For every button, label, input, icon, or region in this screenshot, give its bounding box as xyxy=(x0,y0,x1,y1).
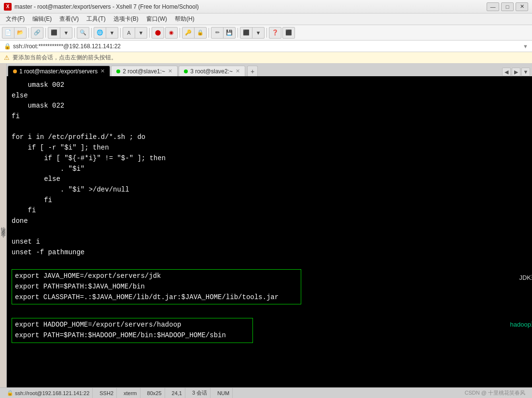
tab-close-2[interactable]: ✕ xyxy=(168,68,172,74)
status-lock-icon: 🔒 xyxy=(7,390,14,396)
status-ssh-label: SSH2 xyxy=(99,390,113,396)
minimize-button[interactable]: — xyxy=(487,2,499,11)
status-sessions-text: 3 会话 xyxy=(192,389,207,397)
tab-3[interactable]: 3 root@slave2:~ ✕ xyxy=(179,66,245,76)
stop-button[interactable]: ⬤ xyxy=(152,27,164,39)
menu-view[interactable]: 查看(V) xyxy=(56,14,83,24)
status-watermark: CSDN @ 十里桃花笑春风 xyxy=(462,388,528,398)
status-watermark-text: CSDN @ 十里桃花笑春风 xyxy=(465,389,525,397)
globe-button[interactable]: 🌐 xyxy=(94,27,106,39)
term-line-9: . "$i" xyxy=(12,164,527,175)
menu-file[interactable]: 文件(F) xyxy=(2,14,28,24)
tab-prev-button[interactable]: ◀ xyxy=(502,68,511,76)
forward-button[interactable]: ▼ xyxy=(60,27,72,39)
lock-icon: 🔒 xyxy=(4,43,11,50)
term-line-7: if [ -r "$i" ]; then xyxy=(12,143,527,153)
record-button[interactable]: ◉ xyxy=(165,27,178,39)
more-button[interactable]: ⬛ xyxy=(282,27,295,39)
open-button[interactable]: 📂 xyxy=(14,27,27,39)
menu-window[interactable]: 窗口(W) xyxy=(142,14,171,24)
term-line-3: umask 022 xyxy=(12,101,527,111)
tab-label-1: 1 root@master:/export/servers xyxy=(19,68,98,75)
status-num: NUM xyxy=(214,388,233,398)
status-connection-text: ssh://root@192.168.121.141:22 xyxy=(15,390,89,396)
zoom-button[interactable]: 🔍 xyxy=(77,27,89,39)
term-line-6: for i in /etc/profile.d/*.sh ; do xyxy=(12,132,527,143)
jdk-line-1: export JAVA_HOME=/export/servers/jdk xyxy=(15,271,298,282)
tab-1[interactable]: 1 root@master:/export/servers ✕ xyxy=(8,66,110,76)
tab-list-button[interactable]: ▼ xyxy=(521,68,530,76)
connect-button[interactable]: 🔗 xyxy=(31,27,43,39)
help-button[interactable]: ❓ xyxy=(269,27,281,39)
term-line-4: fi xyxy=(12,111,527,122)
transfer-button[interactable]: ⬛ xyxy=(240,27,252,39)
tab-close-1[interactable]: ✕ xyxy=(100,68,105,74)
jdk-line-2: export PATH=$PATH:$JAVA_HOME/bin xyxy=(15,282,298,292)
term-line-17: unset -f pathmunge xyxy=(12,247,527,258)
address-arrow[interactable]: ▼ xyxy=(523,43,528,49)
status-dimensions-text: 80x25 xyxy=(147,390,162,396)
menu-help[interactable]: 帮助(H) xyxy=(171,14,198,24)
lock-button[interactable]: 🔒 xyxy=(194,27,207,39)
term-spacer xyxy=(12,306,527,317)
menu-edit[interactable]: 编辑(E) xyxy=(28,14,56,24)
term-line-1: umask 002 xyxy=(12,80,527,91)
tab-next-button[interactable]: ▶ xyxy=(512,68,520,76)
sidebar: 快 速 命 令 xyxy=(0,64,7,387)
menu-tabs[interactable]: 选项卡(B) xyxy=(110,14,142,24)
term-line-2: else xyxy=(12,91,527,101)
term-line-12: fi xyxy=(12,195,527,206)
menubar: 文件(F) 编辑(E) 查看(V) 工具(T) 选项卡(B) 窗口(W) 帮助(… xyxy=(0,14,532,25)
tab-add-button[interactable]: + xyxy=(247,66,258,76)
address-text: ssh://root:***********@192.168.121.141:2… xyxy=(13,43,523,50)
statusbar: 🔒 ssh://root@192.168.121.141:22 SSH2 xte… xyxy=(0,387,532,398)
titlebar: X master - root@master:/export/servers -… xyxy=(0,0,532,14)
jdk-block: export JAVA_HOME=/export/servers/jdk exp… xyxy=(12,269,301,304)
term-line-14: done xyxy=(12,216,527,227)
font-button[interactable]: A xyxy=(123,27,135,39)
transfer-dropdown[interactable]: ▼ xyxy=(252,27,265,39)
menu-tools[interactable]: 工具(T) xyxy=(83,14,109,24)
maximize-button[interactable]: □ xyxy=(501,2,514,11)
addressbar: 🔒 ssh://root:***********@192.168.121.141… xyxy=(0,41,532,52)
term-line-8: if [ "${-#*i}" != "$-" ]; then xyxy=(12,153,527,164)
status-position-text: 24,1 xyxy=(172,390,182,396)
save-button[interactable]: 💾 xyxy=(223,27,236,39)
tab-close-3[interactable]: ✕ xyxy=(236,68,240,74)
term-line-15 xyxy=(12,227,527,237)
toolbar: 📄 📂 🔗 ⬛ ▼ 🔍 🌐 ▼ A ▼ ⬤ ◉ 🔑 🔒 ✏ 💾 ⬛ ▼ ❓ ⬛ xyxy=(0,25,532,41)
tab-dot-3 xyxy=(184,69,188,73)
status-num-text: NUM xyxy=(217,390,229,396)
info-message: 要添加当前会话，点击左侧的箭头按钮。 xyxy=(13,54,117,62)
infobar: ⚠ 要添加当前会话，点击左侧的箭头按钮。 xyxy=(0,52,532,64)
pencil-button[interactable]: ✏ xyxy=(211,27,224,39)
tab-dot-1 xyxy=(13,69,17,73)
hadoop-block: export HADOOP_HOME=/export/servers/hadoo… xyxy=(12,318,253,343)
hadoop-line-1: export HADOOP_HOME=/export/servers/hadoo… xyxy=(15,320,250,330)
back-button[interactable]: ⬛ xyxy=(48,27,60,39)
jdk-line-3: export CLASSPATH=.:$JAVA_HOME/lib/dt.jar… xyxy=(15,292,298,303)
tab-dot-2 xyxy=(116,69,120,73)
status-protocol: SSH2 xyxy=(97,388,117,398)
hadoop-line-2: export PATH=$PATH:$HADOOP_HOME/bin:$HADO… xyxy=(15,330,250,341)
status-encoding-text: xterm xyxy=(124,390,137,396)
term-line-13: fi xyxy=(12,206,527,216)
tabbar: 1 root@master:/export/servers ✕ 2 root@s… xyxy=(7,64,532,76)
term-line-16: unset i xyxy=(12,237,527,247)
globe-dropdown[interactable]: ▼ xyxy=(106,27,118,39)
term-line-11: . "$i" >/dev/null xyxy=(12,185,527,195)
tab-2[interactable]: 2 root@slave1:~ ✕ xyxy=(111,66,178,76)
status-position: 24,1 xyxy=(169,388,185,398)
new-session-button[interactable]: 📄 xyxy=(2,27,14,39)
status-dimensions: 80x25 xyxy=(144,388,165,398)
term-line-18 xyxy=(12,258,527,269)
hadoop-annotation: hadoop环境变量 xyxy=(510,320,532,329)
font-dropdown[interactable]: ▼ xyxy=(135,27,147,39)
status-sessions: 3 会话 xyxy=(189,388,210,398)
key-button[interactable]: 🔑 xyxy=(182,27,195,39)
term-line-10: else xyxy=(12,174,527,185)
close-button[interactable]: ✕ xyxy=(516,2,528,11)
terminal[interactable]: umask 002 else umask 022 fi for i in /et… xyxy=(7,76,532,387)
tab-label-2: 2 root@slave1:~ xyxy=(123,68,165,75)
status-connection: 🔒 ssh://root@192.168.121.141:22 xyxy=(4,388,93,398)
